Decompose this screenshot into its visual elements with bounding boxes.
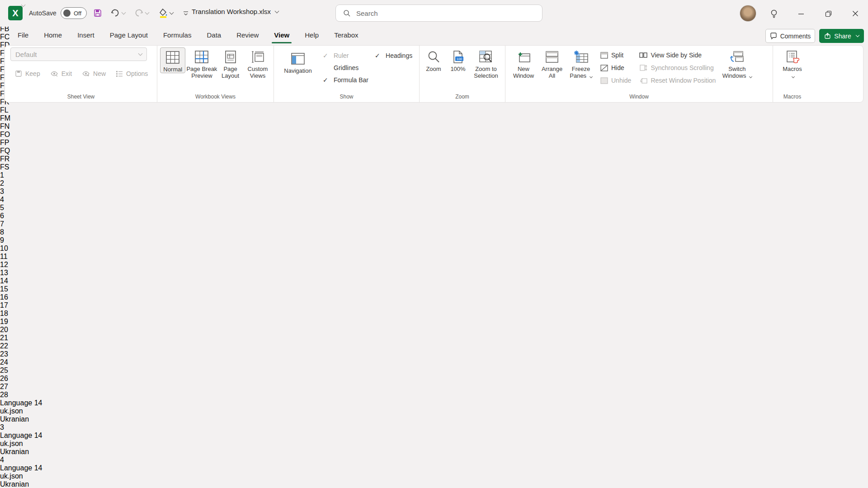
row-header-16[interactable]: 16 [0, 293, 868, 301]
cell-text[interactable]: Ukranian [0, 480, 868, 488]
undo-button[interactable] [110, 6, 125, 20]
new-window-button[interactable]: New Window [510, 47, 537, 80]
custom-views-icon [251, 50, 264, 64]
row-header-13[interactable]: 13 [0, 269, 868, 277]
keep-sheet-view-button: Keep [15, 67, 40, 80]
column-header-FP[interactable]: FP [0, 139, 46, 147]
cell-text[interactable]: Language 14 [0, 464, 868, 472]
row-header-20[interactable]: 20 [0, 326, 868, 334]
row-header-10[interactable]: 10 [0, 244, 868, 253]
hide-icon [600, 65, 608, 71]
row-header-28[interactable]: 28 [0, 391, 868, 399]
ruler-checkbox: ✓ Ruler [323, 49, 368, 61]
macros-icon [786, 50, 799, 64]
cell-text[interactable]: Ukranian [0, 415, 868, 423]
cell-text[interactable]: uk.json [0, 472, 868, 480]
tab-file[interactable]: File [10, 27, 36, 45]
switch-windows-icon [730, 50, 744, 64]
new-sheet-view-button: New [82, 67, 106, 80]
tab-insert[interactable]: Insert [70, 27, 102, 45]
row-header-8[interactable]: 8 [0, 228, 868, 236]
row-header-27[interactable]: 27 [0, 383, 868, 391]
custom-views-button[interactable]: Custom Views [244, 47, 272, 80]
row-header-11[interactable]: 11 [0, 253, 868, 261]
close-button[interactable] [849, 7, 862, 20]
column-header-FN[interactable]: FN [0, 122, 46, 131]
formula-bar-checkbox-box[interactable]: ✓ [323, 76, 330, 84]
row-header-14[interactable]: 14 [0, 277, 868, 285]
row-header-1[interactable]: 1 [0, 171, 868, 179]
group-label-window: Window [507, 92, 771, 102]
page-layout-button[interactable]: Page Layout [218, 47, 242, 80]
freeze-panes-button[interactable]: Freeze Panes [567, 47, 595, 80]
row-header-3[interactable]: 3 [0, 188, 868, 196]
column-header-FL[interactable]: FL [0, 106, 46, 114]
zoom-100-button[interactable]: 100 100% [447, 47, 469, 72]
row-header-7[interactable]: 7 [0, 220, 868, 228]
undo-dropdown-icon[interactable] [122, 10, 126, 15]
freeze-panes-icon [574, 50, 588, 64]
switch-windows-button[interactable]: Switch Windows [722, 47, 752, 80]
new-eye-icon [82, 70, 90, 77]
formula-bar-checkbox[interactable]: ✓ Formula Bar [323, 74, 368, 86]
spreadsheet-grid[interactable]: 1234567891011121314151617181920212223242… [0, 171, 868, 488]
save-button[interactable] [93, 6, 102, 20]
row-header-21[interactable]: 21 [0, 334, 868, 342]
unhide-icon [600, 77, 608, 84]
row-header-12[interactable]: 12 [0, 261, 868, 269]
cell-text[interactable]: Language 14 [0, 399, 868, 407]
cell-text[interactable]: uk.json [0, 440, 868, 448]
row-header-19[interactable]: 19 [0, 318, 868, 326]
row-header-23[interactable]: 23 [0, 350, 868, 358]
row-header-6[interactable]: 6 [0, 212, 868, 220]
row-header-5[interactable]: 5 [0, 204, 868, 212]
row-header-9[interactable]: 9 [0, 236, 868, 244]
formula-input[interactable] [127, 0, 841, 40]
column-header-FQ[interactable]: FQ [0, 147, 46, 155]
cell-text[interactable]: uk.json [0, 407, 868, 415]
row-header-26[interactable]: 26 [0, 375, 868, 383]
zoom-to-selection-button[interactable]: Zoom to Selection [470, 47, 502, 80]
row-header-18[interactable]: 18 [0, 310, 868, 318]
zoom-button[interactable]: Zoom [421, 47, 446, 72]
share-dropdown-icon[interactable] [855, 33, 859, 37]
hide-button[interactable]: Hide [600, 61, 631, 74]
normal-view-button[interactable]: Normal [160, 47, 185, 73]
excel-logo-icon[interactable]: X [8, 6, 23, 20]
svg-text:100: 100 [457, 57, 462, 61]
row-header-17[interactable]: 17 [0, 301, 868, 310]
row-header-25[interactable]: 25 [0, 366, 868, 375]
cell-text[interactable]: Ukranian [0, 448, 868, 456]
row-header-24[interactable]: 24 [0, 358, 868, 366]
column-header-FS[interactable]: FS [0, 163, 24, 171]
normal-view-icon [166, 50, 179, 65]
sequence-number-cell[interactable]: 3 [0, 423, 46, 432]
ruler-checkbox-box: ✓ [323, 52, 330, 59]
row-header-4[interactable]: 4 [0, 196, 868, 204]
gridlines-checkbox[interactable]: Gridlines [323, 61, 368, 74]
navigation-button[interactable]: Navigation [279, 47, 316, 74]
row-header-15[interactable]: 15 [0, 285, 868, 293]
sequence-number-cell[interactable]: 4 [0, 456, 46, 464]
macros-button[interactable]: Macros [778, 47, 807, 80]
view-side-by-side-button[interactable]: View Side by Side [639, 49, 716, 61]
column-header-FM[interactable]: FM [0, 114, 46, 122]
split-button[interactable]: Split [600, 49, 631, 61]
column-header-FR[interactable]: FR [0, 155, 46, 163]
tab-home[interactable]: Home [36, 27, 70, 45]
column-header-FO[interactable]: FO [0, 131, 46, 139]
cell-text[interactable]: Language 14 [0, 432, 868, 440]
synchronous-scrolling-button: Synchronous Scrolling [639, 61, 716, 74]
headings-checkbox[interactable]: ✓ Headings [375, 49, 412, 61]
page-break-preview-button[interactable]: Page Break Preview [186, 47, 217, 80]
autosave-toggle[interactable]: Off [61, 7, 87, 19]
arrange-all-button[interactable]: Arrange All [539, 47, 565, 80]
row-header-22[interactable]: 22 [0, 342, 868, 350]
row-header-2[interactable]: 2 [0, 179, 868, 188]
autosave-state: Off [74, 10, 81, 17]
headings-checkbox-box[interactable]: ✓ [375, 52, 382, 59]
page-break-preview-icon [195, 50, 208, 64]
group-label-zoom: Zoom [421, 92, 503, 102]
new-window-icon [517, 50, 530, 64]
gridlines-checkbox-box[interactable] [323, 64, 330, 71]
